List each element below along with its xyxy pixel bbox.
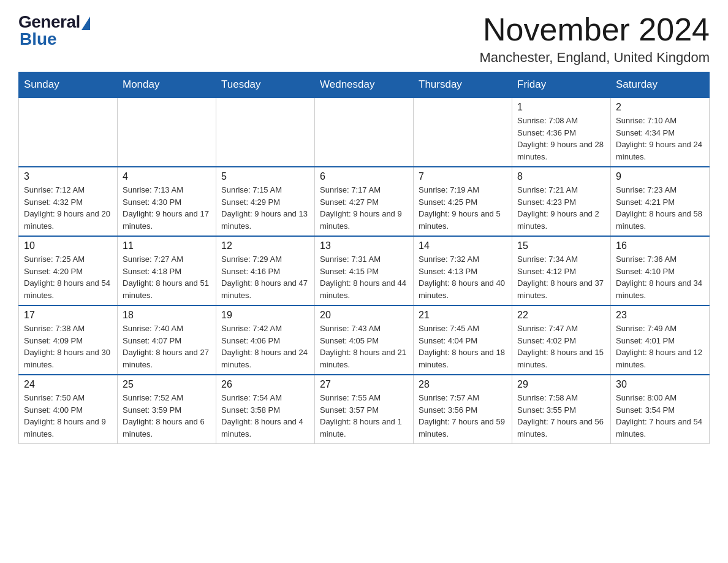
- day-info: Sunrise: 8:00 AM Sunset: 3:54 PM Dayligh…: [616, 392, 704, 440]
- logo-blue-text: Blue: [20, 29, 57, 49]
- day-of-week-monday: Monday: [118, 72, 216, 98]
- day-number: 20: [320, 310, 408, 321]
- calendar-cell: 26Sunrise: 7:54 AM Sunset: 3:58 PM Dayli…: [216, 375, 315, 444]
- day-number: 1: [517, 102, 605, 113]
- day-info: Sunrise: 7:45 AM Sunset: 4:04 PM Dayligh…: [419, 323, 507, 370]
- location-text: Manchester, England, United Kingdom: [480, 50, 710, 66]
- calendar-cell: 15Sunrise: 7:34 AM Sunset: 4:12 PM Dayli…: [512, 236, 611, 305]
- day-number: 21: [419, 310, 507, 321]
- calendar-table: SundayMondayTuesdayWednesdayThursdayFrid…: [18, 72, 710, 444]
- page-header: General Blue November 2024 Manchester, E…: [18, 12, 710, 66]
- day-info: Sunrise: 7:58 AM Sunset: 3:55 PM Dayligh…: [517, 392, 605, 440]
- day-info: Sunrise: 7:57 AM Sunset: 3:56 PM Dayligh…: [419, 392, 507, 440]
- day-number: 29: [517, 379, 605, 390]
- day-info: Sunrise: 7:43 AM Sunset: 4:05 PM Dayligh…: [320, 323, 408, 370]
- day-info: Sunrise: 7:17 AM Sunset: 4:27 PM Dayligh…: [320, 184, 408, 232]
- day-info: Sunrise: 7:12 AM Sunset: 4:32 PM Dayligh…: [24, 184, 112, 232]
- day-number: 5: [221, 171, 309, 182]
- day-number: 25: [123, 379, 211, 390]
- day-of-week-tuesday: Tuesday: [216, 72, 315, 98]
- day-number: 18: [123, 310, 211, 321]
- calendar-cell: 2Sunrise: 7:10 AM Sunset: 4:34 PM Daylig…: [611, 98, 710, 167]
- day-number: 11: [123, 240, 211, 251]
- calendar-cell: 27Sunrise: 7:55 AM Sunset: 3:57 PM Dayli…: [315, 375, 414, 444]
- calendar-cell: 16Sunrise: 7:36 AM Sunset: 4:10 PM Dayli…: [611, 236, 710, 305]
- day-info: Sunrise: 7:34 AM Sunset: 4:12 PM Dayligh…: [517, 253, 605, 301]
- calendar-week-row: 1Sunrise: 7:08 AM Sunset: 4:36 PM Daylig…: [19, 98, 710, 167]
- day-number: 8: [517, 171, 605, 182]
- day-info: Sunrise: 7:42 AM Sunset: 4:06 PM Dayligh…: [221, 323, 309, 370]
- calendar-cell: 29Sunrise: 7:58 AM Sunset: 3:55 PM Dayli…: [512, 375, 611, 444]
- calendar-cell: 25Sunrise: 7:52 AM Sunset: 3:59 PM Dayli…: [118, 375, 216, 444]
- day-number: 24: [24, 379, 112, 390]
- day-info: Sunrise: 7:08 AM Sunset: 4:36 PM Dayligh…: [517, 115, 605, 163]
- day-info: Sunrise: 7:31 AM Sunset: 4:15 PM Dayligh…: [320, 253, 408, 301]
- day-info: Sunrise: 7:54 AM Sunset: 3:58 PM Dayligh…: [221, 392, 309, 440]
- calendar-cell: 1Sunrise: 7:08 AM Sunset: 4:36 PM Daylig…: [512, 98, 611, 167]
- calendar-cell: 10Sunrise: 7:25 AM Sunset: 4:20 PM Dayli…: [19, 236, 118, 305]
- day-number: 23: [616, 310, 704, 321]
- calendar-cell: [19, 98, 118, 167]
- calendar-cell: 21Sunrise: 7:45 AM Sunset: 4:04 PM Dayli…: [414, 305, 512, 375]
- day-number: 27: [320, 379, 408, 390]
- calendar-cell: 18Sunrise: 7:40 AM Sunset: 4:07 PM Dayli…: [118, 305, 216, 375]
- day-number: 2: [616, 102, 704, 113]
- day-info: Sunrise: 7:21 AM Sunset: 4:23 PM Dayligh…: [517, 184, 605, 232]
- day-of-week-friday: Friday: [512, 72, 611, 98]
- calendar-cell: 3Sunrise: 7:12 AM Sunset: 4:32 PM Daylig…: [19, 167, 118, 236]
- calendar-week-row: 10Sunrise: 7:25 AM Sunset: 4:20 PM Dayli…: [19, 236, 710, 305]
- day-of-week-sunday: Sunday: [19, 72, 118, 98]
- day-info: Sunrise: 7:32 AM Sunset: 4:13 PM Dayligh…: [419, 253, 507, 301]
- calendar-cell: [118, 98, 216, 167]
- calendar-cell: 20Sunrise: 7:43 AM Sunset: 4:05 PM Dayli…: [315, 305, 414, 375]
- day-number: 15: [517, 240, 605, 251]
- day-number: 22: [517, 310, 605, 321]
- day-number: 9: [616, 171, 704, 182]
- day-number: 19: [221, 310, 309, 321]
- logo: General Blue: [18, 12, 90, 49]
- title-section: November 2024 Manchester, England, Unite…: [480, 12, 710, 66]
- day-number: 4: [123, 171, 211, 182]
- calendar-header-row: SundayMondayTuesdayWednesdayThursdayFrid…: [19, 72, 710, 98]
- calendar-cell: 23Sunrise: 7:49 AM Sunset: 4:01 PM Dayli…: [611, 305, 710, 375]
- month-title: November 2024: [480, 12, 710, 47]
- calendar-cell: 5Sunrise: 7:15 AM Sunset: 4:29 PM Daylig…: [216, 167, 315, 236]
- calendar-cell: [315, 98, 414, 167]
- day-info: Sunrise: 7:23 AM Sunset: 4:21 PM Dayligh…: [616, 184, 704, 232]
- calendar-cell: 9Sunrise: 7:23 AM Sunset: 4:21 PM Daylig…: [611, 167, 710, 236]
- day-info: Sunrise: 7:55 AM Sunset: 3:57 PM Dayligh…: [320, 392, 408, 440]
- calendar-week-row: 3Sunrise: 7:12 AM Sunset: 4:32 PM Daylig…: [19, 167, 710, 236]
- day-info: Sunrise: 7:29 AM Sunset: 4:16 PM Dayligh…: [221, 253, 309, 301]
- calendar-cell: 8Sunrise: 7:21 AM Sunset: 4:23 PM Daylig…: [512, 167, 611, 236]
- day-of-week-thursday: Thursday: [414, 72, 512, 98]
- day-number: 6: [320, 171, 408, 182]
- day-number: 14: [419, 240, 507, 251]
- day-info: Sunrise: 7:10 AM Sunset: 4:34 PM Dayligh…: [616, 115, 704, 163]
- calendar-cell: 19Sunrise: 7:42 AM Sunset: 4:06 PM Dayli…: [216, 305, 315, 375]
- calendar-cell: 14Sunrise: 7:32 AM Sunset: 4:13 PM Dayli…: [414, 236, 512, 305]
- day-number: 12: [221, 240, 309, 251]
- day-number: 17: [24, 310, 112, 321]
- calendar-cell: 12Sunrise: 7:29 AM Sunset: 4:16 PM Dayli…: [216, 236, 315, 305]
- day-number: 26: [221, 379, 309, 390]
- day-number: 28: [419, 379, 507, 390]
- day-info: Sunrise: 7:27 AM Sunset: 4:18 PM Dayligh…: [123, 253, 211, 301]
- day-of-week-wednesday: Wednesday: [315, 72, 414, 98]
- day-of-week-saturday: Saturday: [611, 72, 710, 98]
- calendar-cell: 4Sunrise: 7:13 AM Sunset: 4:30 PM Daylig…: [118, 167, 216, 236]
- day-info: Sunrise: 7:36 AM Sunset: 4:10 PM Dayligh…: [616, 253, 704, 301]
- day-info: Sunrise: 7:19 AM Sunset: 4:25 PM Dayligh…: [419, 184, 507, 232]
- day-number: 16: [616, 240, 704, 251]
- logo-triangle-icon: [82, 17, 90, 30]
- day-info: Sunrise: 7:13 AM Sunset: 4:30 PM Dayligh…: [123, 184, 211, 232]
- day-info: Sunrise: 7:47 AM Sunset: 4:02 PM Dayligh…: [517, 323, 605, 370]
- day-number: 10: [24, 240, 112, 251]
- day-number: 3: [24, 171, 112, 182]
- calendar-cell: [414, 98, 512, 167]
- calendar-cell: 22Sunrise: 7:47 AM Sunset: 4:02 PM Dayli…: [512, 305, 611, 375]
- calendar-cell: 13Sunrise: 7:31 AM Sunset: 4:15 PM Dayli…: [315, 236, 414, 305]
- calendar-cell: 28Sunrise: 7:57 AM Sunset: 3:56 PM Dayli…: [414, 375, 512, 444]
- calendar-cell: 6Sunrise: 7:17 AM Sunset: 4:27 PM Daylig…: [315, 167, 414, 236]
- day-number: 13: [320, 240, 408, 251]
- calendar-cell: 17Sunrise: 7:38 AM Sunset: 4:09 PM Dayli…: [19, 305, 118, 375]
